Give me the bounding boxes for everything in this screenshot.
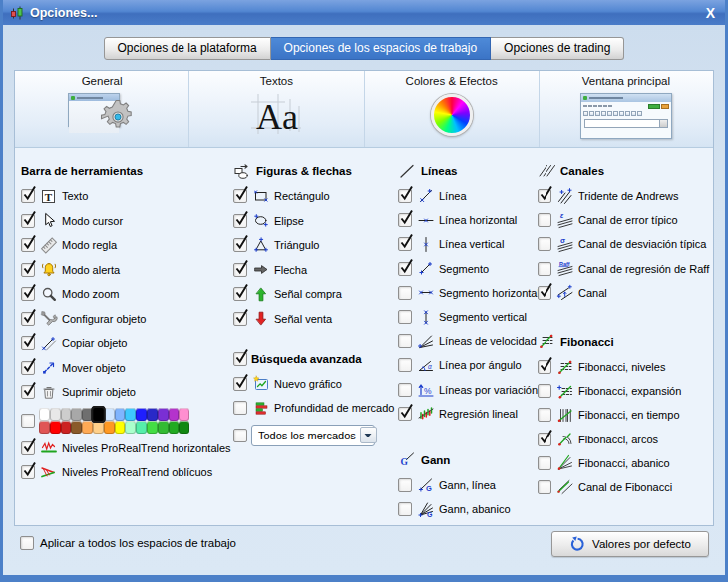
checkbox-fibonacci-en-tiempo[interactable] xyxy=(538,408,551,422)
checkbox-elipse[interactable] xyxy=(233,214,247,228)
option-row-canal-de-desviacion-tipica[interactable]: σCanal de desviación típica xyxy=(538,232,713,256)
palette-swatch[interactable] xyxy=(61,421,72,434)
palette-swatch[interactable] xyxy=(115,408,126,421)
palette-swatch[interactable] xyxy=(125,421,136,434)
checkbox-linea[interactable] xyxy=(398,189,412,203)
option-row-canal-de-regresion-de-raff[interactable]: RaffCanal de regresión de Raff xyxy=(538,257,713,281)
option-row-triangulo[interactable]: Triángulo xyxy=(233,233,401,258)
checkbox-linea-vertical[interactable] xyxy=(398,237,412,251)
palette-swatch[interactable] xyxy=(136,408,147,421)
option-row-fibonacci-arcos[interactable]: Fibonacci, arcos xyxy=(538,428,713,451)
markets-dropdown[interactable]: Todos los mercados xyxy=(251,425,375,446)
checkbox-gann-linea[interactable] xyxy=(398,478,412,492)
checkbox-configurar-objeto[interactable] xyxy=(21,312,35,326)
checkbox-linea-horizontal[interactable] xyxy=(398,213,412,227)
option-row-modo-regla[interactable]: Modo regla xyxy=(21,233,234,258)
palette-swatch[interactable] xyxy=(104,421,115,434)
category-textos[interactable]: Textos Aa xyxy=(189,71,364,147)
option-row-linea-por-angulo[interactable]: αLínea por ángulo xyxy=(398,353,546,377)
option-row-tridente-de-andrews[interactable]: Tridente de Andrews xyxy=(538,184,713,208)
checkbox-gann-abanico[interactable] xyxy=(398,502,412,516)
checkbox-triangulo[interactable] xyxy=(233,238,247,252)
palette-swatch[interactable] xyxy=(91,406,105,423)
checkbox-senal-compra[interactable] xyxy=(233,287,247,301)
option-row-modo-alerta[interactable]: Modo alerta xyxy=(21,258,234,283)
checkbox-tridente-de-andrews[interactable] xyxy=(538,189,551,203)
option-row-canal[interactable]: Canal xyxy=(538,281,713,305)
option-row-senal-compra[interactable]: Señal compra xyxy=(233,282,401,307)
checkbox-markets-dropdown[interactable] xyxy=(233,429,247,442)
option-row-segmento-horizontal[interactable]: Segmento horizontal xyxy=(398,281,546,305)
palette-swatch[interactable] xyxy=(169,421,180,434)
checkbox-suprimir-objeto[interactable] xyxy=(21,385,35,399)
checkbox-segmento[interactable] xyxy=(398,262,412,276)
checkbox-fibonacci-abanico[interactable] xyxy=(538,456,551,470)
option-row-modo-zoom[interactable]: Modo zoom xyxy=(21,282,234,307)
palette-swatch[interactable] xyxy=(39,421,50,434)
checkbox-modo-zoom[interactable] xyxy=(21,287,35,301)
option-row-rectangulo[interactable]: Rectángulo xyxy=(233,184,401,209)
option-row-segmento-vertical[interactable]: Segmento vertical xyxy=(398,305,546,329)
option-row-canal-de-fibonacci[interactable]: Canal de Fibonacci xyxy=(538,475,713,499)
palette-swatch[interactable] xyxy=(147,408,158,421)
option-row-linea-vertical[interactable]: Línea vertical xyxy=(398,232,546,256)
option-row-gann-linea[interactable]: GGann, línea xyxy=(398,473,546,497)
checkbox-texto[interactable] xyxy=(21,189,35,203)
checkbox-fibonacci-niveles[interactable] xyxy=(538,360,551,374)
option-row-modo-cursor[interactable]: Modo cursor xyxy=(21,209,234,234)
palette-swatch[interactable] xyxy=(136,421,147,434)
tab-opciones-trading[interactable]: Opciones de trading xyxy=(491,37,624,60)
option-row-lineas-de-velocidad[interactable]: Líneas de velocidad xyxy=(398,329,546,353)
checkbox-senal-venta[interactable] xyxy=(233,312,247,326)
close-icon[interactable]: X xyxy=(702,5,719,21)
category-ventana-principal[interactable]: Ventana principal xyxy=(540,71,713,147)
palette-swatch[interactable] xyxy=(39,408,50,421)
option-row-elipse[interactable]: Elipse xyxy=(233,209,401,234)
option-row-profundidad-de-mercado[interactable]: Profundidad de mercado xyxy=(233,396,401,421)
apply-all-workspaces-checkbox[interactable] xyxy=(20,536,34,550)
option-row-copiar-objeto[interactable]: Copiar objeto xyxy=(21,331,234,356)
option-row-canal-de-error-tipico[interactable]: εCanal de error típico xyxy=(538,208,713,232)
option-row-fibonacci-en-tiempo[interactable]: Fibonacci, en tiempo xyxy=(538,403,713,427)
option-row-regresion-lineal[interactable]: Regresión lineal xyxy=(398,402,546,426)
palette-swatch[interactable] xyxy=(169,408,180,421)
option-row-suprimir-objeto[interactable]: Suprimir objeto xyxy=(21,380,234,405)
checkbox-copiar-objeto[interactable] xyxy=(21,336,35,350)
checkbox-regresion-lineal[interactable] xyxy=(398,407,412,421)
checkbox-flecha[interactable] xyxy=(233,263,247,277)
checkbox-modo-cursor[interactable] xyxy=(21,214,35,228)
checkbox-niveles-prorealtrend-oblicuos[interactable] xyxy=(21,465,35,479)
checkbox-lineas-de-velocidad[interactable] xyxy=(398,334,412,348)
palette-swatch[interactable] xyxy=(50,421,61,434)
palette-swatch[interactable] xyxy=(158,408,169,421)
tab-opciones-plataforma[interactable]: Opciones de la plataforma xyxy=(104,37,271,60)
option-row-nuevo-grafico[interactable]: Nuevo gráfico xyxy=(233,372,401,397)
category-general[interactable]: General xyxy=(15,71,189,147)
checkbox-rectangulo[interactable] xyxy=(233,189,247,203)
option-row-busqueda-avanzada[interactable]: Búsqueda avanzada xyxy=(233,347,401,372)
palette-swatch[interactable] xyxy=(71,408,82,421)
checkbox-canal-de-desviacion-tipica[interactable] xyxy=(538,237,551,251)
option-row-fibonacci-expansion[interactable]: Fibonacci, expansión xyxy=(538,379,713,403)
checkbox-segmento-horizontal[interactable] xyxy=(398,286,412,300)
option-row-linea[interactable]: Línea xyxy=(398,184,546,208)
option-row-fibonacci-abanico[interactable]: Fibonacci, abanico xyxy=(538,451,713,475)
color-palette-row[interactable] xyxy=(21,405,234,436)
option-row-segmento[interactable]: Segmento xyxy=(398,257,546,281)
palette-swatch[interactable] xyxy=(158,421,169,434)
palette-swatch[interactable] xyxy=(147,421,158,434)
palette-swatch[interactable] xyxy=(50,408,61,421)
checkbox-fibonacci-expansion[interactable] xyxy=(538,384,551,398)
chevron-down-icon[interactable] xyxy=(360,427,377,443)
checkbox-canal-de-regresion-de-raff[interactable] xyxy=(538,262,551,276)
checkbox-lineas-por-variacion[interactable] xyxy=(398,383,412,397)
checkbox-modo-regla[interactable] xyxy=(21,238,35,252)
checkbox-color-palette[interactable] xyxy=(21,414,35,428)
option-row-senal-venta[interactable]: Señal venta xyxy=(233,307,401,332)
checkbox-fibonacci-arcos[interactable] xyxy=(538,433,551,446)
option-row-mover-objeto[interactable]: Mover objeto xyxy=(21,356,234,381)
checkbox-mover-objeto[interactable] xyxy=(21,361,35,375)
checkbox-nuevo-grafico[interactable] xyxy=(233,377,247,391)
checkbox-canal-de-error-tipico[interactable] xyxy=(538,213,551,227)
palette-swatch[interactable] xyxy=(61,408,72,421)
